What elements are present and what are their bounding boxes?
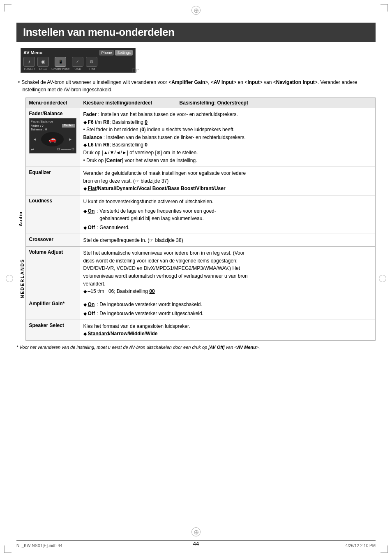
loudness-description: U kunt de toonversterkingsfunctie active… xyxy=(80,195,376,234)
av-menu-top-bar: AV Menu Phone Settings xyxy=(23,50,133,56)
amplifier-on-row: On : De ingebouwde versterker wordt inge… xyxy=(83,301,204,310)
table-header-row: Menu-onderdeel Kiesbare instelling/onder… xyxy=(25,98,376,108)
intro-text: Schakel de AV-bron uit wanneer u instell… xyxy=(21,79,376,93)
volume-description: Stel het automatische volumeniveau voor … xyxy=(80,247,376,298)
amplifier-off-row: Off : De ingebouwde versterker wordt uit… xyxy=(83,310,204,317)
disc-label: DISC xyxy=(39,67,47,71)
audio-section-label: Audio xyxy=(18,211,23,226)
speaker-label: Speaker Select xyxy=(29,323,64,328)
ipod-label: iPod xyxy=(88,67,95,71)
right-arrow: ► xyxy=(68,137,72,142)
volume-label: Volume Adjust xyxy=(29,249,63,255)
loudness-on-row: On : Versterkt de lage en hoge frequenti… xyxy=(83,207,216,224)
back-arrow: ↩ xyxy=(31,147,34,152)
page-title-block: Instellen van menu-onderdelen xyxy=(16,23,376,42)
footnote-text: * Voor het veranderen van de instelling,… xyxy=(16,345,260,350)
menu-item-loudness: Loudness xyxy=(25,195,80,234)
amplifier-on: On xyxy=(88,302,95,307)
settings-table: Menu-onderdeel Kiesbare instelling/onder… xyxy=(25,97,376,341)
intro-bullet-text: • Schakel de AV-bron uit wanneer u inste… xyxy=(16,79,376,93)
av-menu-title: AV Menu xyxy=(23,50,42,55)
disc-icon: ◉ xyxy=(37,57,49,67)
usb-icon: ✓ xyxy=(72,57,83,67)
basis-understreept: Onderstreept xyxy=(217,100,248,106)
fader-bottom: ↩ ⊟ ——— ⊞ xyxy=(31,147,75,152)
corner-mark-tr xyxy=(380,4,388,12)
footnote: * Voor het veranderen van de instelling,… xyxy=(16,344,376,351)
equalizer-label: Equalizer xyxy=(29,169,51,175)
fader-label: Fader/Balance xyxy=(29,111,63,116)
page-title: Instellen van menu-onderdelen xyxy=(23,26,369,39)
phone-button: Phone xyxy=(99,50,114,56)
tuner-icon: ♪ xyxy=(23,57,35,67)
registration-mark-left xyxy=(6,275,13,282)
table-row: Loudness U kunt de toonversterkingsfunct… xyxy=(25,195,376,234)
menu-item-amplifier: Amplifier Gain* xyxy=(25,298,80,320)
crossover-label: Crossover xyxy=(29,237,53,242)
fader-values: Fader : 0 Center xyxy=(31,124,75,128)
table-row: Equalizer Verander de geluidsfunctie of … xyxy=(25,167,376,195)
registration-mark-bottom xyxy=(191,527,201,536)
settings-button: Settings xyxy=(115,50,133,56)
col-menu-onderdeel: Menu-onderdeel xyxy=(25,98,80,108)
crossover-description: Stel de drempelfrequentie in. (☞ bladzij… xyxy=(80,234,376,247)
loudness-off-row: Off : Geannuleerd. xyxy=(83,224,216,231)
av-menu-image: AV Menu Phone Settings ♪ TUNER ◉ xyxy=(16,48,376,73)
av-menu-buttons: Phone Settings xyxy=(99,50,133,56)
loudness-options-table: On : Versterkt de lage en hoge frequenti… xyxy=(83,207,216,231)
av-icon-tuner: ♪ TUNER xyxy=(23,57,35,71)
registration-mark-top xyxy=(191,6,201,15)
left-arrow: ◄ xyxy=(33,137,37,142)
table-row: Crossover Stel de drempelfrequentie in. … xyxy=(25,234,376,247)
av-icon-ipod: ⊡ iPod xyxy=(86,57,97,71)
fader-mini-image: Fader/Balance Fader : 0 Center Balance :… xyxy=(29,118,76,153)
speaker-description: Kies het formaat van de aangesloten luid… xyxy=(80,320,376,340)
amplifier-options-table: On : De ingebouwde versterker wordt inge… xyxy=(83,301,204,317)
menu-item-equalizer: Equalizer xyxy=(25,167,80,195)
table-row: Speaker Select Kies het formaat van de a… xyxy=(25,320,376,340)
table-row: Volume Adjust Stel het automatische volu… xyxy=(25,247,376,298)
ipod-icon: ⊡ xyxy=(86,57,97,67)
table-wrapper: Audio Menu-onderdeel Kiesbare instelling… xyxy=(16,97,376,341)
bullet-symbol: • xyxy=(18,79,20,93)
menu-item-fader: Fader/Balance Fader/Balance Fader : 0 Ce… xyxy=(25,108,80,167)
menu-item-crossover: Crossover xyxy=(25,234,80,247)
corner-mark-tl xyxy=(4,4,12,12)
table-row: Amplifier Gain* On : De ingebouwde verst… xyxy=(25,298,376,320)
date-info: 4/26/12 2:10 PM xyxy=(346,543,376,548)
av-menu-box: AV Menu Phone Settings ♪ TUNER ◉ xyxy=(21,48,136,73)
av-icon-disc: ◉ DISC xyxy=(37,57,49,71)
amplifier-off: Off xyxy=(88,311,95,316)
registration-mark-right xyxy=(379,275,386,282)
center-btn: Center xyxy=(62,124,74,128)
table-row: Fader/Balance Fader/Balance Fader : 0 Ce… xyxy=(25,108,376,167)
amplifier-description: On : De ingebouwde versterker wordt inge… xyxy=(80,298,376,320)
av-icon-smartphone: 📱 SmartPhone xyxy=(51,57,69,71)
car-icon: 🚗 xyxy=(48,135,57,143)
footer-text: NL_KW-NSX1[E].indb 44 4/26/12 2:10 PM xyxy=(0,543,392,548)
fader-scale: ⊟ ——— ⊞ xyxy=(57,147,74,152)
tuner-label: TUNER xyxy=(23,67,35,71)
fader-description: Fader : Instellen van het balans tussen … xyxy=(80,108,376,167)
content-area: Instellen van menu-onderdelen AV Menu Ph… xyxy=(16,23,376,528)
audio-label-container: Audio xyxy=(16,97,25,341)
menu-item-speaker: Speaker Select xyxy=(25,320,80,340)
smartphone-icon: 📱 xyxy=(55,57,66,67)
loudness-label: Loudness xyxy=(29,198,53,204)
fader-circle: 🚗 xyxy=(41,132,64,146)
amplifier-label: Amplifier Gain* xyxy=(29,301,65,306)
page: NEDERLANDS Instellen van menu-onderdelen… xyxy=(0,0,392,557)
file-info: NL_KW-NSX1[E].indb 44 xyxy=(16,543,62,548)
fader-mini-header: Fader/Balance xyxy=(31,120,75,123)
usb-label: USB xyxy=(74,67,81,71)
balance-value: Balance : 0 xyxy=(31,128,75,131)
av-menu-icons: ♪ TUNER ◉ DISC 📱 SmartPhone ✓ xyxy=(23,57,133,71)
smartphone-label: SmartPhone xyxy=(51,67,69,71)
fader-diagram: ◄ 🚗 ► xyxy=(31,132,75,146)
loudness-on: On xyxy=(88,208,95,214)
menu-item-volume: Volume Adjust xyxy=(25,247,80,298)
equalizer-description: Verander de geluidsfunctie of maak inste… xyxy=(80,167,376,195)
av-icon-usb: ✓ USB xyxy=(72,57,83,71)
col-kiesbare-instelling: Kiesbare instelling/onderdeel Basisinste… xyxy=(80,98,376,108)
loudness-off: Off xyxy=(88,225,95,230)
